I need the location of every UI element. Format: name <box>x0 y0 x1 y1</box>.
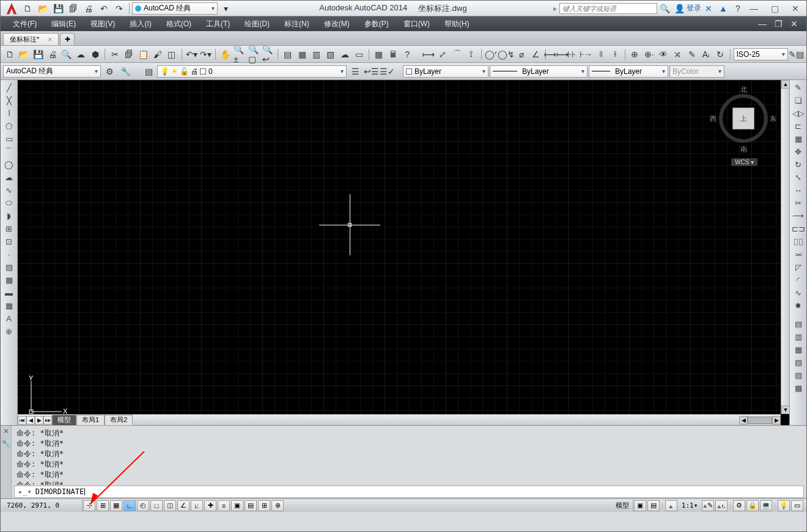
props-icon[interactable]: ▤ <box>282 48 293 61</box>
paste-icon[interactable]: 📋 <box>138 48 149 61</box>
dim-angular-icon[interactable]: ∠ <box>530 48 542 61</box>
dyn-icon[interactable]: ✚ <box>204 500 216 511</box>
preview-icon[interactable]: 🔍 <box>61 48 72 61</box>
trim-icon[interactable]: ✂ <box>792 197 805 209</box>
sb-lock-icon[interactable]: 🔒 <box>746 500 759 511</box>
zoom-win-icon[interactable]: 🔍▢ <box>248 48 260 61</box>
dim-aligned-icon[interactable]: ⤢ <box>437 48 449 61</box>
mdi-restore-icon[interactable]: ❐ <box>772 17 785 31</box>
sb-ws-icon[interactable]: ⚙ <box>733 500 745 511</box>
workspace-dd[interactable]: AutoCAD 经典 <box>3 65 101 78</box>
draworder6-icon[interactable]: ▩ <box>792 382 805 394</box>
anno-scale[interactable]: 1:1▾ <box>678 499 702 512</box>
sb-isolate-icon[interactable]: 💡 <box>778 500 790 511</box>
tab-prev-icon[interactable]: ◀ <box>26 416 35 425</box>
dim-style-mgr-icon[interactable]: ✎▤ <box>790 48 803 61</box>
sb-quickview-dwg-icon[interactable]: ▤ <box>647 500 660 511</box>
cmd-close-icon[interactable]: ✕ <box>3 427 9 435</box>
workspace-qat-dd[interactable]: AutoCAD 经典 <box>132 2 218 15</box>
dim-quick-icon[interactable]: ⟼⟼ <box>550 48 563 61</box>
open-doc-icon[interactable]: 📂 <box>18 48 29 61</box>
dim-space-icon[interactable]: ⫴ <box>595 48 606 61</box>
layer-prev-icon[interactable]: ↩☰ <box>364 65 378 78</box>
erase-icon[interactable]: ✎ <box>792 81 805 93</box>
lineweight-dd[interactable]: ByLayer <box>589 65 668 78</box>
scroll-down-icon[interactable]: ▼ <box>781 406 790 414</box>
mirror-icon[interactable]: ◁▷ <box>792 107 805 119</box>
file-tab-new[interactable]: ✚ <box>60 33 75 45</box>
revcloud-icon[interactable]: ☁ <box>2 171 16 183</box>
menu-插入(I)[interactable]: 插入(I) <box>122 19 158 29</box>
dim-continue-icon[interactable]: ⊦→ <box>580 48 592 61</box>
draworder3-icon[interactable]: ▦ <box>792 343 805 355</box>
menu-参数(P)[interactable]: 参数(P) <box>357 19 396 29</box>
ellipse-icon[interactable]: ⬭ <box>2 197 16 209</box>
tab-model[interactable]: 模型 <box>52 415 76 426</box>
markup-icon[interactable]: ☁ <box>339 48 350 61</box>
ws-my-icon[interactable]: 🔧 <box>119 65 132 78</box>
dim-radius-icon[interactable]: ◯ʳ <box>485 48 497 61</box>
plot-icon[interactable]: 🖨 <box>82 2 95 15</box>
3dosnap-icon[interactable]: ◫ <box>164 500 176 511</box>
draworder2-icon[interactable]: ▥ <box>792 330 805 343</box>
new-icon[interactable]: 🗋 <box>21 2 34 15</box>
spline-icon[interactable]: ∿ <box>2 184 16 196</box>
table-icon[interactable]: ▦ <box>373 48 385 61</box>
ortho-icon[interactable]: ∟ <box>123 500 136 511</box>
menu-格式(O)[interactable]: 格式(O) <box>159 19 199 29</box>
menu-帮助(H)[interactable]: 帮助(H) <box>437 19 477 29</box>
osnap-icon[interactable]: □ <box>150 500 163 511</box>
pline-icon[interactable]: ⌇ <box>2 107 16 119</box>
close-icon[interactable]: ✕ <box>787 2 804 15</box>
mdi-close-icon[interactable]: ✕ <box>787 17 801 31</box>
dim-style-dd[interactable]: ISO-25 <box>734 48 788 60</box>
ssm-icon[interactable]: ▧ <box>325 48 336 61</box>
tab-layout1[interactable]: 布局1 <box>76 415 105 426</box>
qc-icon[interactable]: ▭ <box>353 48 365 61</box>
polar-icon[interactable]: ◴ <box>137 500 149 511</box>
break-pt-icon[interactable]: ⊏⊐ <box>792 222 805 235</box>
rectangle-icon[interactable]: ▭ <box>2 133 16 145</box>
draworder4-icon[interactable]: ▧ <box>792 356 805 368</box>
otrack-icon[interactable]: ∠ <box>177 500 190 511</box>
print-icon[interactable]: 🖨 <box>46 48 58 61</box>
menu-修改(M)[interactable]: 修改(M) <box>317 19 357 29</box>
drawing-canvas[interactable]: X Y 上 北 南 东 西 WCS ▾ ▲ ▼ ⏮ ◀ ▶ ⏭ 模型 布局1 <box>18 80 789 425</box>
tab-next-icon[interactable]: ▶ <box>35 416 43 425</box>
layer-mgr-icon[interactable]: ▤ <box>142 65 155 78</box>
hatch-icon[interactable]: ▨ <box>2 261 16 273</box>
center-mark-icon[interactable]: ⊕· <box>643 48 655 61</box>
extend-icon[interactable]: ⟶ <box>792 210 805 222</box>
layer-states-icon[interactable]: ☰ <box>348 65 362 78</box>
dim-edit-icon[interactable]: ✎ <box>686 48 698 61</box>
join-icon[interactable]: ⫘ <box>792 248 805 260</box>
layer-dd[interactable]: 💡 ☀ 🔓 🖨 0 <box>157 65 347 78</box>
menu-窗口(W)[interactable]: 窗口(W) <box>396 19 437 29</box>
array-icon[interactable]: ▦ <box>792 133 805 145</box>
copy-icon[interactable]: 🗐 <box>123 48 134 61</box>
dim-ordinate-icon[interactable]: ⟟ <box>465 48 477 61</box>
dim-break-icon[interactable]: ⫲ <box>610 48 621 61</box>
saveas-icon[interactable]: 🗐 <box>67 2 80 15</box>
menu-视图(V)[interactable]: 视图(V) <box>83 19 122 29</box>
open-icon[interactable]: 📂 <box>36 2 50 15</box>
chamfer-icon[interactable]: ◸ <box>792 261 805 273</box>
make-block-icon[interactable]: ⊡ <box>2 235 16 247</box>
file-tab-close-icon[interactable]: × <box>48 35 52 44</box>
tab-last-icon[interactable]: ⏭ <box>43 416 52 425</box>
match-icon[interactable]: 🖌 <box>152 48 163 61</box>
tpy-icon[interactable]: ▣ <box>231 500 243 511</box>
cut-icon[interactable]: ✂ <box>109 48 120 61</box>
dim-baseline-icon[interactable]: ⊦⊦ <box>566 48 577 61</box>
addselected-icon[interactable]: ⊕ <box>2 325 16 337</box>
menu-标注(N)[interactable]: 标注(N) <box>277 19 317 29</box>
plotstyle-dd[interactable]: ByColor <box>669 65 724 78</box>
dim-linear-icon[interactable]: ⟼ <box>422 48 435 61</box>
gradient-icon[interactable]: ▩ <box>2 274 16 286</box>
menu-工具(T)[interactable]: 工具(T) <box>199 19 237 29</box>
arc-icon[interactable]: ⌒ <box>2 145 16 158</box>
file-tab-active[interactable]: 坐标标注* × <box>3 33 59 45</box>
sb-annoscale-icon[interactable]: ⟁ <box>665 500 677 511</box>
block-icon[interactable]: ◫ <box>166 48 177 61</box>
fillet-icon[interactable]: ◜ <box>792 274 805 286</box>
